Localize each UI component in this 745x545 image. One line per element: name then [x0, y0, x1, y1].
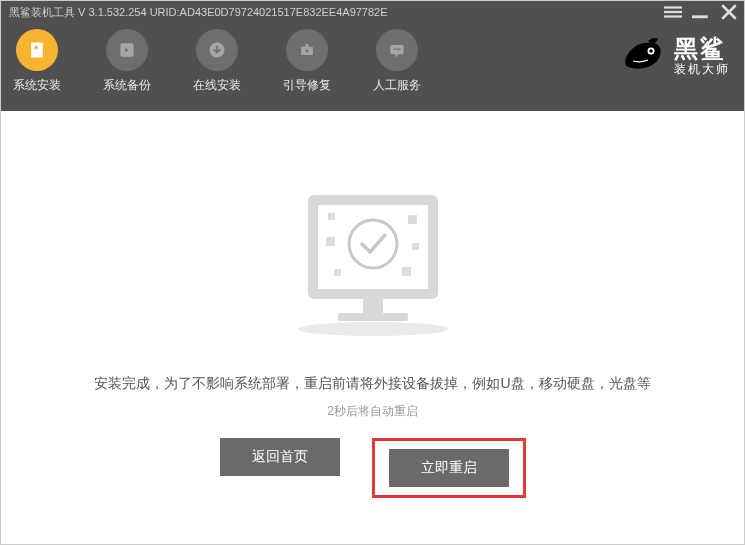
header: 黑鲨装机工具 V 3.1.532.254 URID: AD43E0D797240… [1, 1, 744, 111]
nav-item-boot-repair[interactable]: 引导修复 [283, 29, 331, 94]
nav-label: 在线安装 [193, 77, 241, 94]
svg-rect-11 [305, 44, 308, 47]
minimize-button[interactable] [692, 3, 710, 21]
repair-icon [286, 29, 328, 71]
version-prefix: V [78, 6, 85, 18]
nav-item-system-install[interactable]: 系统安装 [13, 29, 61, 94]
svg-rect-28 [412, 243, 419, 250]
install-icon [16, 29, 58, 71]
nav-label: 系统备份 [103, 77, 151, 94]
svg-rect-19 [363, 297, 383, 315]
completion-message: 安装完成，为了不影响系统部署，重启前请将外接设备拔掉，例如U盘，移动硬盘，光盘等 [94, 375, 650, 393]
window-controls [664, 3, 738, 21]
shark-icon [618, 31, 668, 81]
menu-button[interactable] [664, 3, 682, 21]
logo: 黑鲨 装机大师 [618, 31, 730, 81]
back-home-button[interactable]: 返回首页 [220, 438, 340, 476]
svg-rect-27 [408, 215, 417, 224]
backup-icon [106, 29, 148, 71]
svg-rect-1 [664, 11, 682, 13]
svg-rect-20 [338, 313, 408, 321]
logo-subtitle: 装机大师 [674, 63, 730, 77]
svg-rect-24 [328, 213, 335, 220]
svg-rect-7 [35, 46, 38, 49]
svg-point-14 [396, 48, 398, 50]
svg-rect-6 [31, 43, 43, 58]
nav-label: 引导修复 [283, 77, 331, 94]
nav-label: 系统安装 [13, 77, 61, 94]
success-illustration [278, 179, 468, 343]
svg-point-18 [298, 322, 448, 336]
svg-rect-26 [334, 269, 341, 276]
nav-item-online-install[interactable]: 在线安装 [193, 29, 241, 94]
svg-point-13 [394, 48, 396, 50]
nav-item-support[interactable]: 人工服务 [373, 29, 421, 94]
button-row: 返回首页 立即重启 [220, 438, 526, 498]
titlebar: 黑鲨装机工具 V 3.1.532.254 URID: AD43E0D797240… [1, 1, 744, 23]
close-button[interactable] [720, 3, 738, 21]
svg-rect-29 [402, 267, 411, 276]
app-name: 黑鲨装机工具 [9, 5, 75, 20]
svg-rect-0 [664, 6, 682, 8]
svg-point-15 [399, 48, 401, 50]
countdown-text: 2秒后将自动重启 [327, 403, 418, 420]
content: 安装完成，为了不影响系统部署，重启前请将外接设备拔掉，例如U盘，移动硬盘，光盘等… [1, 111, 744, 545]
urid-label: URID: [150, 6, 180, 18]
download-icon [196, 29, 238, 71]
restart-now-button[interactable]: 立即重启 [389, 449, 509, 487]
version: 3.1.532.254 [88, 6, 146, 18]
urid-value: AD43E0D79724021517E832EE4A97782E [180, 6, 388, 18]
svg-rect-25 [326, 237, 335, 246]
svg-rect-2 [664, 15, 682, 17]
svg-rect-3 [692, 15, 708, 18]
highlight-box: 立即重启 [372, 438, 526, 498]
logo-title: 黑鲨 [674, 35, 730, 63]
svg-point-17 [649, 49, 653, 53]
nav-label: 人工服务 [373, 77, 421, 94]
nav-item-system-backup[interactable]: 系统备份 [103, 29, 151, 94]
chat-icon [376, 29, 418, 71]
